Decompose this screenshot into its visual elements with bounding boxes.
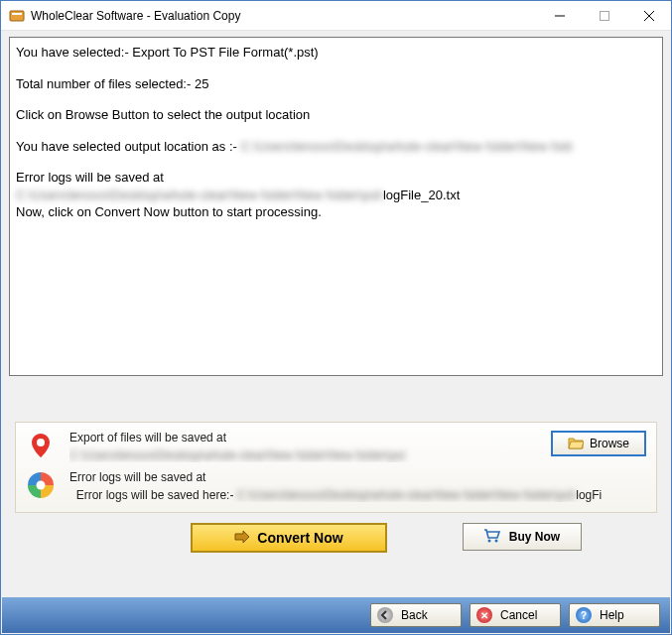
error-log-text: Error logs will be saved at Error logs w… (69, 470, 646, 502)
log-line: C:\Users\lenovo\Desktop\whole-clear\New … (16, 187, 656, 204)
log-panel: You have selected:- Export To PST File F… (9, 37, 663, 376)
log-line: Error logs will be saved at (16, 169, 656, 187)
window-title: WholeClear Software - Evaluation Copy (31, 9, 537, 23)
cart-icon (483, 529, 501, 546)
export-location-text: Export of files will be saved at C:\User… (69, 431, 543, 462)
cancel-x-icon: ✕ (476, 607, 492, 623)
back-button[interactable]: Back (370, 603, 462, 627)
pin-icon (26, 431, 56, 460)
svg-point-8 (487, 539, 490, 542)
convert-icon (233, 529, 251, 548)
export-location-row: Export of files will be saved at C:\User… (26, 431, 646, 462)
app-window: WholeClear Software - Evaluation Copy Yo… (0, 0, 672, 635)
footer-bar: Back ✕ Cancel ? Help (2, 597, 670, 633)
minimize-button[interactable] (537, 1, 582, 30)
log-line: Total number of files selected:- 25 (16, 75, 656, 93)
pie-icon (26, 470, 56, 500)
maximize-button[interactable] (582, 1, 626, 30)
log-line: You have selected output location as :- … (16, 138, 656, 156)
svg-point-9 (494, 539, 497, 542)
log-line: Now, click on Convert Now button to star… (16, 203, 656, 221)
help-question-icon: ? (576, 607, 592, 623)
action-row: Convert Now Buy Now (15, 523, 657, 553)
svg-rect-3 (600, 11, 608, 20)
svg-rect-1 (12, 13, 22, 15)
log-line: Click on Browse Button to select the out… (16, 106, 656, 124)
spacer (9, 376, 663, 422)
window-controls (537, 1, 671, 30)
svg-point-6 (37, 439, 45, 446)
titlebar: WholeClear Software - Evaluation Copy (1, 1, 671, 31)
error-log-row: Error logs will be saved at Error logs w… (26, 470, 646, 502)
browse-button[interactable]: Browse (551, 431, 646, 456)
svg-rect-0 (10, 11, 24, 21)
log-line: You have selected:- Export To PST File F… (16, 44, 656, 62)
buy-now-button[interactable]: Buy Now (463, 523, 582, 551)
help-button[interactable]: ? Help (569, 603, 660, 627)
app-icon (9, 8, 25, 24)
back-arrow-icon (377, 607, 393, 623)
convert-now-button[interactable]: Convert Now (191, 523, 387, 553)
cancel-button[interactable]: ✕ Cancel (470, 603, 561, 627)
content-area: You have selected:- Export To PST File F… (1, 31, 671, 553)
info-panel: Export of files will be saved at C:\User… (15, 422, 657, 513)
close-button[interactable] (626, 1, 671, 30)
folder-icon (568, 436, 584, 452)
svg-point-7 (37, 481, 46, 490)
